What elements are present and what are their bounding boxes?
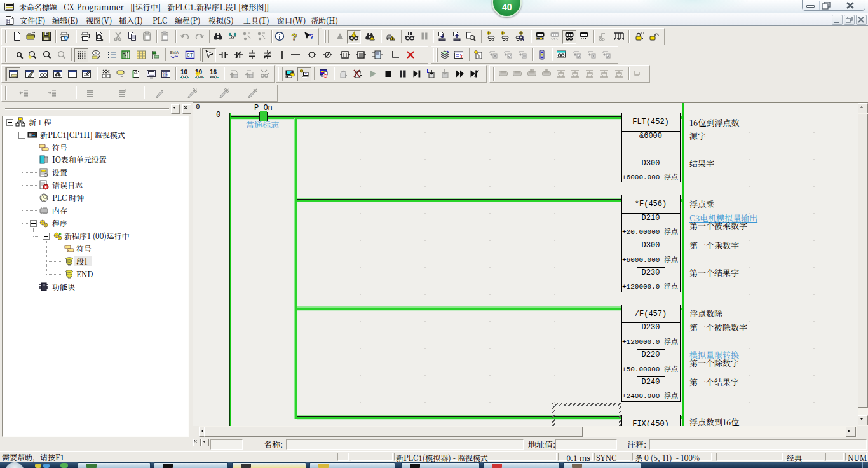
svg-text:SMA: SMA: [170, 50, 179, 55]
svg-text:002: 002: [163, 75, 168, 78]
svg-text:CT: CT: [187, 52, 193, 58]
svg-text:?: ?: [291, 31, 297, 41]
svg-text:10: 10: [180, 69, 188, 76]
svg-text:?: ?: [309, 32, 313, 41]
svg-text:16: 16: [210, 69, 217, 76]
svg-text:w: w: [95, 51, 97, 55]
